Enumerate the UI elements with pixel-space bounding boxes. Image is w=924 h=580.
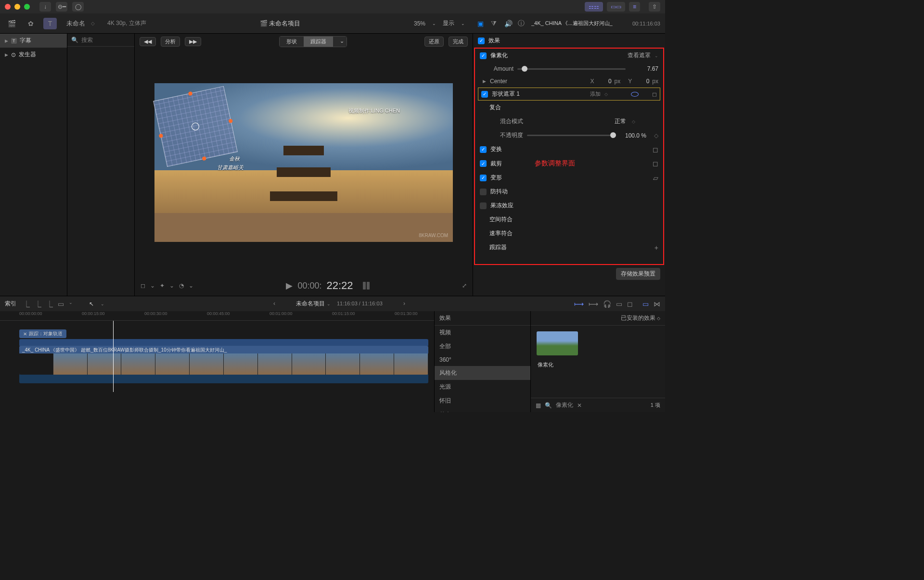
fx-cat-vintage[interactable]: 怀旧 <box>435 394 530 408</box>
track-tag[interactable]: ✕ 跟踪：对象轨道 <box>19 329 66 338</box>
crop-onscreen-icon[interactable]: ◻ <box>653 160 658 167</box>
step-fwd-button[interactable]: ▶▶ <box>185 37 201 46</box>
audio-waveform[interactable] <box>19 375 428 383</box>
mask-shape-icon[interactable] <box>631 92 639 97</box>
close-tag-icon[interactable]: ✕ <box>23 331 27 337</box>
timeline-clip[interactable]: _4K_ CHINA 《盛世中国》 超燃_数百位8KRAW摄影师联合摄制_10分… <box>19 346 428 375</box>
opacity-slider[interactable] <box>527 135 614 136</box>
amount-value[interactable]: 7.67 <box>629 65 658 72</box>
shape-mask-checkbox[interactable]: ✓ <box>481 91 488 98</box>
photos-browser-icon[interactable]: ✿ <box>24 18 38 29</box>
effects-checkbox[interactable]: ✓ <box>478 38 485 44</box>
mask-handle[interactable] <box>159 133 163 138</box>
close-window-button[interactable] <box>5 4 11 10</box>
audio-skim-icon[interactable]: ⟼ <box>589 300 598 308</box>
media-browser-icon[interactable]: 🎬 <box>5 18 18 29</box>
color-inspector-icon[interactable]: ⧩ <box>491 19 500 27</box>
timeline-nav-back-icon[interactable]: ‹ <box>273 300 275 307</box>
save-preset-button[interactable]: 存储效果预置 <box>616 268 660 280</box>
zoom-chevron-icon[interactable]: ⌄ <box>432 21 436 26</box>
timeline-ruler[interactable]: 00:00:00:00 00:00:15:00 00:00:30:00 00:0… <box>0 311 434 321</box>
add-tracker-icon[interactable]: + <box>654 244 658 252</box>
play-button[interactable]: ▶ <box>286 280 293 291</box>
fullscreen-icon[interactable]: ⤢ <box>462 282 467 289</box>
disclosure-arrow-icon[interactable]: ▶ <box>5 52 8 57</box>
retime-tool-icon[interactable]: ◔ <box>179 282 184 289</box>
zoom-level[interactable]: 35% <box>414 20 425 27</box>
solo-icon[interactable]: 🎧 <box>603 300 611 308</box>
revert-button[interactable]: 还原 <box>424 37 444 47</box>
append-clip-icon[interactable]: ⎿ <box>46 300 53 308</box>
snapping-icon[interactable]: ▭ <box>616 300 622 308</box>
titles-browser-icon[interactable]: T <box>43 18 57 29</box>
distort-onscreen-icon[interactable]: ▱ <box>653 174 658 182</box>
audio-inspector-icon[interactable]: 🔊 <box>504 20 513 27</box>
sidebar-item-generators[interactable]: ▶ ⊙ 发生器 <box>0 48 67 62</box>
transform-onscreen-icon[interactable]: ◻ <box>653 146 658 153</box>
view-menu[interactable]: 显示 <box>443 19 454 27</box>
add-mask-button[interactable]: 添加 <box>590 90 601 98</box>
share-icon[interactable]: ⇧ <box>649 2 660 12</box>
effects-browser-toggle-icon[interactable]: ▭ <box>642 300 649 308</box>
enhance-tool-icon[interactable]: ✦ <box>160 282 165 289</box>
effect-thumbnail[interactable] <box>537 331 578 355</box>
inspector-toggle-button[interactable]: ≡ <box>629 2 640 12</box>
minimize-window-button[interactable] <box>14 4 20 10</box>
fx-cat-light[interactable]: 光源 <box>435 380 530 394</box>
add-chevron-icon[interactable]: ◇ <box>604 92 608 97</box>
transform-tool-icon[interactable]: ◻ <box>141 282 145 289</box>
opacity-value[interactable]: 100.0 % <box>617 132 646 139</box>
shape-mask-row[interactable]: ✓ 形状遮罩 1 添加 ◇ ◻ <box>478 88 660 101</box>
fx-cat-360[interactable]: 360° <box>435 353 530 366</box>
keyword-icon[interactable]: ⊖━ <box>56 2 67 12</box>
viewer-canvas[interactable]: 视频制作:LING CHEN 金秋 甘肃嘉峪关 8KRAW.COM <box>135 49 473 276</box>
stabilize-checkbox[interactable] <box>480 189 487 195</box>
done-button[interactable]: 完成 <box>449 37 468 47</box>
timeline-tracks-area[interactable]: 00:00:00:00 00:00:15:00 00:00:30:00 00:0… <box>0 311 434 412</box>
keyframe-icon[interactable]: ◇ <box>654 132 658 139</box>
analyze-button[interactable]: 分析 <box>161 37 180 47</box>
library-chevron-icon[interactable]: ◇ <box>91 21 95 26</box>
crop-checkbox[interactable]: ✓ <box>480 160 487 167</box>
timeline-project-name[interactable]: 未命名项目 <box>296 300 325 307</box>
info-inspector-icon[interactable]: ⓘ <box>518 19 526 28</box>
browser-search-input[interactable] <box>81 37 130 43</box>
fx-cat-basic[interactable]: 基本 <box>435 408 530 412</box>
connect-clip-icon[interactable]: ⎿ <box>23 300 30 308</box>
transitions-browser-icon[interactable]: ⋈ <box>654 300 660 308</box>
fullscreen-window-button[interactable] <box>24 4 30 10</box>
center-x-value[interactable]: 0 <box>597 78 612 85</box>
bg-tasks-icon[interactable]: ◯ <box>72 2 84 12</box>
segment-tracker[interactable]: 跟踪器 <box>304 37 333 47</box>
import-icon[interactable]: ↓ <box>39 2 51 12</box>
step-back-button[interactable]: ◀◀ <box>140 37 156 46</box>
library-name[interactable]: 未命名 <box>66 19 85 28</box>
timeline-nav-fwd-icon[interactable]: › <box>403 300 405 307</box>
rolling-checkbox[interactable] <box>480 202 487 209</box>
skimming-icon[interactable]: ⟼ <box>574 300 584 308</box>
mask-grid-overlay[interactable] <box>153 86 238 166</box>
view-mask-dropdown[interactable]: 查看遮罩 <box>628 51 651 60</box>
playhead[interactable] <box>113 321 114 392</box>
fx-cat-video[interactable]: 视频 <box>435 326 530 340</box>
sidebar-item-titles[interactable]: ▶ T 字幕 <box>0 34 67 48</box>
clear-search-icon[interactable]: ✕ <box>577 402 582 409</box>
overwrite-clip-icon[interactable]: ▭ <box>58 300 64 308</box>
mask-onscreen-icon[interactable]: ◻ <box>652 91 657 98</box>
amount-slider[interactable] <box>517 68 626 70</box>
fx-preview-header[interactable]: 已安装的效果 ◇ <box>531 311 665 326</box>
layout-dual-button[interactable]: ▭▭ <box>607 2 625 12</box>
blend-chevron-icon[interactable]: ◇ <box>632 119 635 124</box>
index-button[interactable]: 索引 <box>5 300 16 308</box>
segment-shape[interactable]: 形状 <box>280 37 304 47</box>
pixelate-checkbox[interactable]: ✓ <box>480 52 487 59</box>
lane-icon[interactable]: ◻ <box>627 300 633 308</box>
video-inspector-icon[interactable]: ▣ <box>477 20 486 27</box>
segment-chevron-icon[interactable]: ⌄ <box>333 37 346 47</box>
fx-cat-all[interactable]: 全部 <box>435 340 530 353</box>
select-tool-icon[interactable]: ↖ <box>89 301 94 307</box>
view-chevron-icon[interactable]: ⌄ <box>461 21 465 26</box>
center-disclosure-icon[interactable]: ▶ <box>483 79 486 84</box>
grid-view-icon[interactable]: ▦ <box>536 402 541 409</box>
fx-cat-stylize[interactable]: 风格化 <box>435 366 530 380</box>
